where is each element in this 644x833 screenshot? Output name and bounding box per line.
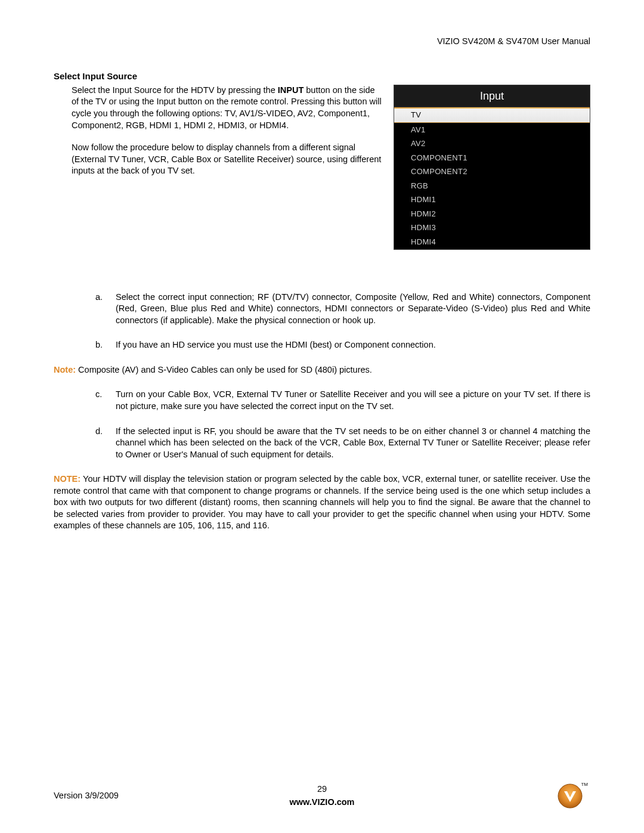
input-option-component1[interactable]: COMPONENT1: [394, 151, 590, 165]
step-c-text: Turn on your Cable Box, VCR, External TV…: [116, 389, 590, 412]
note-2-text: Your HDTV will display the television st…: [54, 474, 590, 530]
intro-text: Select the Input Source for the HDTV by …: [54, 85, 382, 250]
footer-url: www.VIZIO.com: [289, 797, 354, 807]
input-option-hdmi3[interactable]: HDMI3: [394, 221, 590, 235]
step-d: d. If the selected input is RF, you shou…: [95, 426, 590, 461]
input-source-panel: Input TV AV1 AV2 COMPONENT1 COMPONENT2 R…: [394, 85, 590, 250]
footer-page-number: 29: [233, 784, 411, 795]
intro-para1-bold: INPUT: [278, 85, 304, 95]
input-option-rgb[interactable]: RGB: [394, 179, 590, 193]
input-panel-title: Input: [394, 85, 590, 107]
header-product-title: VIZIO SV420M & SV470M User Manual: [54, 36, 590, 48]
step-b-text: If you have an HD service you must use t…: [116, 339, 436, 351]
vizio-logo-icon: [557, 783, 583, 809]
input-option-av2[interactable]: AV2: [394, 137, 590, 151]
steps-cd: c. Turn on your Cable Box, VCR, External…: [54, 389, 590, 460]
step-a: a. Select the correct input connection; …: [95, 292, 590, 327]
step-d-text: If the selected input is RF, you should …: [116, 426, 590, 461]
step-b: b. If you have an HD service you must us…: [95, 339, 590, 351]
input-option-component2[interactable]: COMPONENT2: [394, 165, 590, 179]
intro-para1-a: Select the Input Source for the HDTV by …: [72, 85, 278, 95]
step-b-label: b.: [95, 339, 107, 351]
steps-ab: a. Select the correct input connection; …: [54, 292, 590, 351]
svg-point-0: [558, 784, 582, 808]
intro-para-2: Now follow the procedure below to displa…: [72, 142, 382, 177]
input-option-hdmi4[interactable]: HDMI4: [394, 235, 590, 249]
note-2: NOTE: Your HDTV will display the televis…: [54, 473, 590, 532]
trademark-label: TM: [581, 782, 588, 787]
note-2-label: NOTE:: [54, 474, 80, 484]
section-title: Select Input Source: [54, 70, 590, 82]
note-1-label: Note:: [54, 365, 76, 374]
footer-logo-wrap: TM: [411, 783, 590, 809]
input-option-av1[interactable]: AV1: [394, 123, 590, 137]
intro-block: Select the Input Source for the HDTV by …: [54, 85, 590, 250]
input-option-tv[interactable]: TV: [394, 107, 590, 123]
step-c-label: c.: [95, 389, 107, 412]
input-option-hdmi1[interactable]: HDMI1: [394, 193, 590, 207]
step-d-label: d.: [95, 426, 107, 461]
step-c: c. Turn on your Cable Box, VCR, External…: [95, 389, 590, 412]
footer-version: Version 3/9/2009: [54, 790, 233, 802]
footer-center: 29 www.VIZIO.com: [233, 784, 411, 808]
step-a-label: a.: [95, 292, 107, 327]
intro-para-1: Select the Input Source for the HDTV by …: [72, 85, 382, 131]
note-1: Note: Composite (AV) and S-Video Cables …: [54, 364, 590, 376]
note-1-text: Composite (AV) and S-Video Cables can on…: [76, 365, 372, 374]
page-footer: Version 3/9/2009 29 www.VIZIO.com TM: [54, 783, 590, 809]
step-a-text: Select the correct input connection; RF …: [116, 292, 590, 327]
input-option-hdmi2[interactable]: HDMI2: [394, 207, 590, 221]
